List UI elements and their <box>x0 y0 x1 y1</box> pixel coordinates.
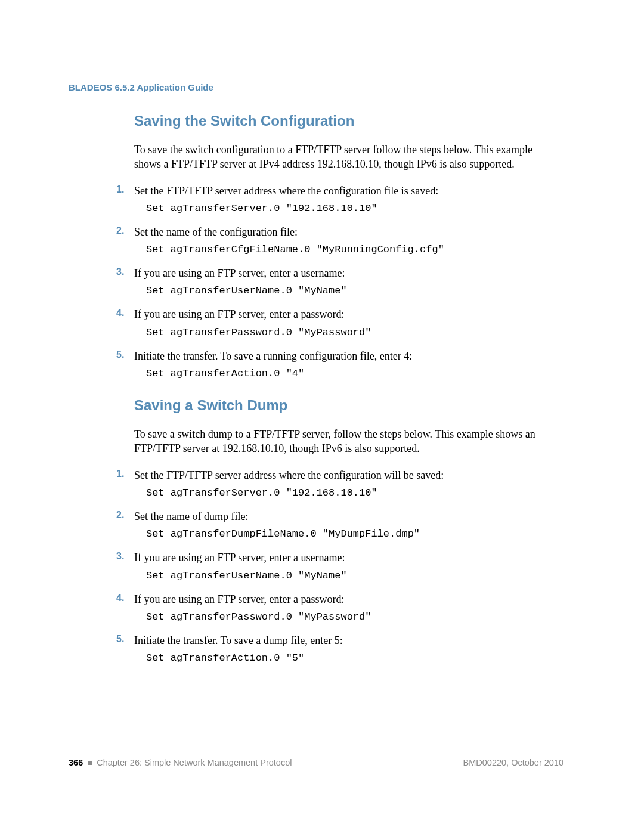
list-item: 1. Set the FTP/TFTP server address where… <box>116 468 558 498</box>
step-text: Set the name of the configuration file: <box>134 225 558 239</box>
step-command: Set agTransferDumpFileName.0 "MyDumpFile… <box>146 528 558 540</box>
step-number: 3. <box>116 550 134 581</box>
running-header: BLADEOS 6.5.2 Application Guide <box>69 82 564 92</box>
step-text: If you are using an FTP server, enter a … <box>134 307 558 321</box>
step-text: If you are using an FTP server, enter a … <box>134 550 558 565</box>
section-title-1: Saving the Switch Configuration <box>134 113 564 129</box>
list-item: 1. Set the FTP/TFTP server address where… <box>116 184 558 214</box>
step-command: Set agTransferPassword.0 "MyPassword" <box>146 327 558 338</box>
square-icon <box>88 761 92 765</box>
list-item: 4. If you are using an FTP server, enter… <box>116 307 558 337</box>
step-command: Set agTransferUserName.0 "MyName" <box>146 285 558 296</box>
step-text: If you are using an FTP server, enter a … <box>134 266 558 280</box>
step-text: Initiate the transfer. To save a dump fi… <box>134 633 558 648</box>
step-text: Set the name of dump file: <box>134 509 558 524</box>
list-item: 5. Initiate the transfer. To save a runn… <box>116 349 558 379</box>
step-command: Set agTransferUserName.0 "MyName" <box>146 570 558 581</box>
section2-intro: To save a switch dump to a FTP/TFTP serv… <box>134 427 558 456</box>
step-text: Set the FTP/TFTP server address where th… <box>134 468 558 482</box>
step-number: 5. <box>116 349 134 379</box>
footer-left: 366 Chapter 26: Simple Network Managemen… <box>69 758 292 767</box>
step-number: 2. <box>116 225 134 255</box>
step-text: Initiate the transfer. To save a running… <box>134 349 558 363</box>
page-content: BLADEOS 6.5.2 Application Guide Saving t… <box>69 82 564 674</box>
step-command: Set agTransferServer.0 "192.168.10.10" <box>146 203 558 214</box>
list-item: 3. If you are using an FTP server, enter… <box>116 550 558 581</box>
footer-right: BMD00220, October 2010 <box>463 758 564 767</box>
step-command: Set agTransferServer.0 "192.168.10.10" <box>146 487 558 498</box>
section1-steps: 1. Set the FTP/TFTP server address where… <box>116 184 558 379</box>
section2-steps: 1. Set the FTP/TFTP server address where… <box>116 468 558 664</box>
list-item: 2. Set the name of the configuration fil… <box>116 225 558 255</box>
list-item: 3. If you are using an FTP server, enter… <box>116 266 558 296</box>
step-text: Set the FTP/TFTP server address where th… <box>134 184 558 198</box>
page-number: 366 <box>69 758 83 767</box>
section1-intro: To save the switch configuration to a FT… <box>134 143 558 172</box>
section-title-2: Saving a Switch Dump <box>134 397 564 414</box>
step-number: 5. <box>116 633 134 664</box>
step-number: 1. <box>116 468 134 498</box>
list-item: 5. Initiate the transfer. To save a dump… <box>116 633 558 664</box>
step-number: 3. <box>116 266 134 296</box>
step-command: Set agTransferCfgFileName.0 "MyRunningCo… <box>146 244 558 255</box>
step-command: Set agTransferAction.0 "5" <box>146 652 558 664</box>
page-footer: 366 Chapter 26: Simple Network Managemen… <box>69 758 564 767</box>
chapter-label: Chapter 26: Simple Network Management Pr… <box>97 758 292 767</box>
step-text: If you are using an FTP server, enter a … <box>134 592 558 606</box>
step-number: 4. <box>116 307 134 337</box>
step-command: Set agTransferPassword.0 "MyPassword" <box>146 611 558 623</box>
step-number: 4. <box>116 592 134 623</box>
step-number: 2. <box>116 509 134 540</box>
list-item: 4. If you are using an FTP server, enter… <box>116 592 558 623</box>
list-item: 2. Set the name of dump file: Set agTran… <box>116 509 558 540</box>
step-command: Set agTransferAction.0 "4" <box>146 368 558 379</box>
step-number: 1. <box>116 184 134 214</box>
